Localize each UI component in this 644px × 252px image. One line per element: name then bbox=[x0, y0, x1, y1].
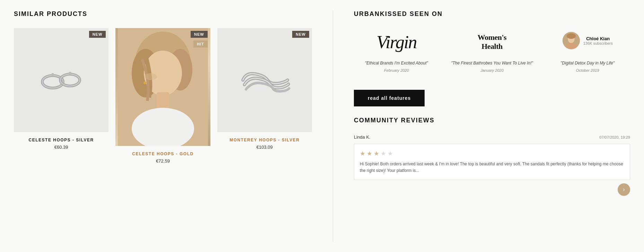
silver-hoops-svg bbox=[37, 63, 86, 97]
star-1: ★ bbox=[360, 150, 365, 157]
svg-point-5 bbox=[69, 72, 71, 75]
influencer-info: Chloé Kian 136K subscribers bbox=[583, 36, 613, 45]
seen-on-title: URBANKISSED SEEN ON bbox=[354, 10, 630, 18]
product-price-monterey-silver: €103.09 bbox=[256, 145, 273, 150]
svg-point-13 bbox=[143, 81, 146, 84]
svg-rect-11 bbox=[157, 92, 169, 110]
influencer-header: Chloé Kian 136K subscribers bbox=[563, 32, 613, 49]
reviewer-name: Linda K. bbox=[354, 134, 371, 140]
product-image-celeste-silver: NEW bbox=[14, 28, 108, 132]
badge-new-3: NEW bbox=[292, 31, 309, 38]
review-date: 07/07/2020, 19:29 bbox=[599, 135, 630, 139]
review-box: ★ ★ ★ ★ ★ Hi Sophie! Both orders arrived… bbox=[354, 144, 630, 180]
product-name-celeste-gold: CELESTE HOOPS - GOLD bbox=[132, 151, 193, 156]
virgin-quote: "Ethical Brands I'm Excited About" bbox=[365, 60, 428, 66]
monterey-hoops-svg bbox=[237, 63, 292, 97]
womens-health-logo-image: Women'sHealth bbox=[478, 28, 506, 56]
star-5: ★ bbox=[388, 150, 393, 157]
community-reviews-section: COMMUNITY REVIEWS Linda K. 07/07/2020, 1… bbox=[354, 117, 630, 180]
chloe-date: October 2019 bbox=[576, 68, 599, 72]
review-text: Hi Sophie! Both orders arrived last week… bbox=[360, 161, 624, 174]
page-container: SIMILAR PRODUCTS NEW bbox=[0, 0, 644, 252]
chloe-quote: "Digital Detox Day in My Life" bbox=[560, 60, 615, 66]
product-price-celeste-silver: €60.39 bbox=[54, 145, 68, 150]
svg-point-4 bbox=[51, 73, 54, 76]
virgin-date: February 2020 bbox=[384, 68, 409, 72]
star-4: ★ bbox=[381, 150, 386, 157]
logo-block-womens-health: Women'sHealth "The Finest Bathrobes You … bbox=[450, 28, 535, 72]
product-card-celeste-gold[interactable]: NEW HIT bbox=[115, 28, 210, 164]
chloe-logo-image: Chloé Kian 136K subscribers bbox=[563, 28, 613, 56]
right-section: URBANKISSED SEEN ON Virgin "Ethical Bran… bbox=[354, 10, 630, 242]
product-image-monterey-silver: NEW bbox=[217, 28, 312, 132]
community-reviews-title: COMMUNITY REVIEWS bbox=[354, 117, 630, 124]
review-header: Linda K. 07/07/2020, 19:29 bbox=[354, 134, 630, 140]
influencer-subscribers: 136K subscribers bbox=[583, 41, 613, 45]
product-card-monterey-silver[interactable]: NEW MONTEREY HOOPS - SILVER €103.09 bbox=[217, 28, 312, 164]
star-2: ★ bbox=[367, 150, 372, 157]
read-all-features-button[interactable]: read all features bbox=[354, 90, 425, 106]
section-divider bbox=[333, 10, 333, 242]
products-grid: NEW CELESTE HOOPS - SILVER bbox=[14, 28, 312, 164]
star-3: ★ bbox=[374, 150, 379, 157]
badge-new-2: NEW bbox=[191, 31, 208, 38]
virgin-logo-image: Virgin bbox=[376, 28, 416, 56]
badge-new-1: NEW bbox=[89, 31, 106, 38]
seen-on-logos: Virgin "Ethical Brands I'm Excited About… bbox=[354, 28, 630, 72]
similar-products-title: SIMILAR PRODUCTS bbox=[14, 10, 312, 18]
svg-point-14 bbox=[145, 73, 157, 80]
virgin-logo-text: Virgin bbox=[376, 32, 416, 52]
star-rating: ★ ★ ★ ★ ★ bbox=[360, 150, 624, 157]
badge-hit: HIT bbox=[193, 41, 208, 47]
influencer-name: Chloé Kian bbox=[583, 36, 613, 41]
avatar-svg bbox=[563, 32, 580, 49]
avatar bbox=[563, 32, 580, 49]
scroll-next-button[interactable]: › bbox=[618, 183, 630, 196]
product-name-monterey-silver: MONTEREY HOOPS - SILVER bbox=[229, 138, 299, 142]
product-image-celeste-gold: NEW HIT bbox=[115, 28, 210, 146]
logo-block-virgin: Virgin "Ethical Brands I'm Excited About… bbox=[354, 28, 439, 72]
product-price-celeste-gold: €72.59 bbox=[156, 158, 170, 164]
product-card-celeste-silver[interactable]: NEW CELESTE HOOPS - SILVER bbox=[14, 28, 108, 164]
left-section: SIMILAR PRODUCTS NEW bbox=[14, 10, 312, 242]
svg-point-18 bbox=[567, 33, 576, 39]
product-name-celeste-silver: CELESTE HOOPS - SILVER bbox=[29, 138, 94, 142]
womens-health-date: January 2020 bbox=[480, 68, 504, 72]
womens-health-logo-text: Women'sHealth bbox=[478, 33, 506, 51]
womens-health-quote: "The Finest Bathrobes You Want To Live I… bbox=[451, 60, 533, 66]
logo-block-chloe: Chloé Kian 136K subscribers "Digital Det… bbox=[545, 28, 630, 72]
